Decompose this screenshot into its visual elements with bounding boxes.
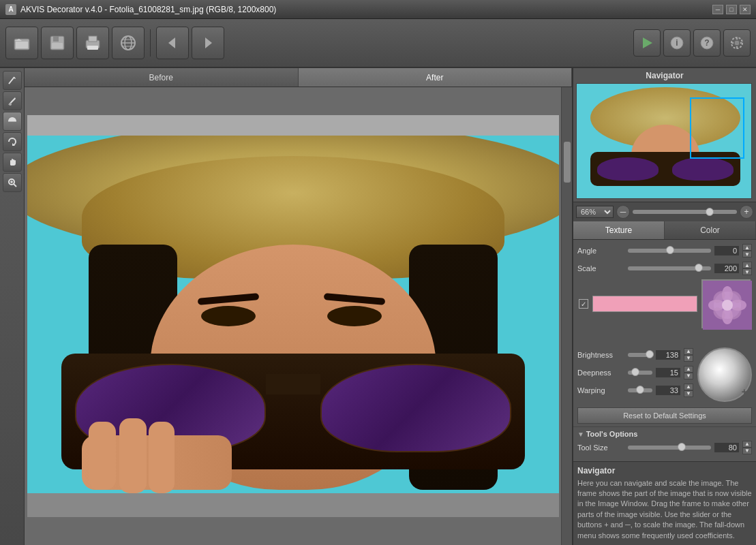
- help-text: Here you can navigate and scale the imag…: [577, 478, 752, 541]
- tool-half-circle[interactable]: [3, 112, 22, 131]
- brightness-up[interactable]: ▲: [684, 348, 693, 355]
- tool-pencil[interactable]: [3, 71, 22, 90]
- color-picker-circle[interactable]: +: [697, 347, 752, 402]
- brightness-deepness-section: Brightness ▲ ▼ Deepness: [573, 345, 756, 405]
- reset-defaults-button[interactable]: Reset to Default Settings: [577, 407, 752, 424]
- restore-button[interactable]: □: [726, 5, 737, 14]
- left-toolbar: [0, 68, 25, 545]
- tab-after[interactable]: After: [299, 68, 573, 87]
- svg-rect-1: [16, 42, 28, 48]
- deepness-slider-thumb[interactable]: [631, 368, 639, 376]
- scale-down[interactable]: ▼: [742, 268, 752, 275]
- zoom-slider-thumb[interactable]: [706, 208, 714, 216]
- run-button[interactable]: [633, 29, 661, 57]
- deepness-down[interactable]: ▼: [684, 373, 693, 379]
- scale-row: Scale 200 ▲ ▼: [577, 262, 752, 275]
- svg-marker-13: [168, 37, 175, 48]
- angle-input[interactable]: 0: [714, 245, 740, 256]
- scale-slider[interactable]: [628, 266, 711, 270]
- bdw-controls: Brightness ▲ ▼ Deepness: [577, 348, 693, 401]
- minimize-button[interactable]: ─: [712, 5, 723, 14]
- forward-button[interactable]: [192, 27, 224, 59]
- texture-color-tabs: Texture Color: [573, 221, 756, 240]
- scale-label: Scale: [577, 264, 625, 272]
- title-bar: A AKVIS Decorator v.4.0 - Fotolia_610082…: [0, 0, 756, 19]
- warping-slider[interactable]: [628, 388, 652, 392]
- tab-texture[interactable]: Texture: [573, 221, 665, 239]
- scale-spinners: ▲ ▼: [742, 262, 752, 275]
- close-button[interactable]: ✕: [740, 5, 751, 14]
- svg-text:i: i: [676, 38, 678, 48]
- warping-down[interactable]: ▼: [684, 390, 693, 397]
- svg-line-28: [14, 184, 16, 187]
- tool-size-label: Tool Size: [577, 443, 625, 452]
- deepness-row: Deepness ▲ ▼: [577, 366, 693, 379]
- color-swatch-pink[interactable]: [592, 296, 697, 312]
- tab-before[interactable]: Before: [25, 68, 299, 87]
- brightness-down[interactable]: ▼: [684, 355, 693, 362]
- tool-size-slider-thumb[interactable]: [678, 443, 686, 451]
- brightness-slider[interactable]: [628, 353, 652, 357]
- tab-color[interactable]: Color: [665, 221, 756, 239]
- zoom-slider[interactable]: [633, 210, 737, 214]
- brightness-input[interactable]: [655, 349, 681, 360]
- brightness-slider-thumb[interactable]: [646, 350, 654, 358]
- deepness-up[interactable]: ▲: [684, 366, 693, 373]
- image-canvas[interactable]: [27, 115, 559, 517]
- warping-input[interactable]: [655, 385, 681, 396]
- main-toolbar: i ?: [0, 19, 756, 68]
- texture-settings: Angle 0 ▲ ▼ Scale 200 ▲ ▼: [573, 240, 756, 345]
- view-tabs: Before After: [25, 68, 572, 87]
- angle-up[interactable]: ▲: [742, 244, 752, 251]
- nav-viewport-frame[interactable]: [690, 97, 744, 159]
- swatch-checkbox[interactable]: ✓: [579, 299, 588, 309]
- tool-size-down[interactable]: ▼: [742, 448, 752, 454]
- tool-hand[interactable]: [3, 153, 22, 172]
- deepness-slider[interactable]: [628, 371, 652, 375]
- warping-up[interactable]: ▲: [684, 384, 693, 390]
- scale-input[interactable]: 200: [714, 263, 740, 274]
- tool-brush[interactable]: [3, 91, 22, 110]
- tool-size-spinners: ▲ ▼: [742, 441, 752, 454]
- deepness-label: Deepness: [577, 369, 625, 377]
- deepness-input[interactable]: [655, 367, 681, 378]
- save-button[interactable]: [41, 27, 74, 59]
- help-section: Navigator Here you can navigate and scal…: [573, 461, 756, 545]
- zoom-in-button[interactable]: +: [740, 205, 753, 219]
- zoom-dropdown[interactable]: 66% 25% 50% 100% 150% 200%: [576, 206, 614, 218]
- app-icon: A: [5, 4, 16, 15]
- open-button[interactable]: [5, 27, 38, 59]
- help-title: Navigator: [577, 466, 752, 476]
- print-button[interactable]: [76, 27, 109, 59]
- web-button[interactable]: [112, 27, 145, 59]
- color-circle-area: Brightness ▲ ▼ Deepness: [577, 347, 752, 402]
- canvas-row: [25, 87, 572, 545]
- tool-size-up[interactable]: ▲: [742, 441, 752, 448]
- angle-slider[interactable]: [628, 249, 711, 253]
- vertical-scrollbar[interactable]: [561, 87, 572, 545]
- svg-point-41: [722, 300, 733, 311]
- warping-slider-thumb[interactable]: [636, 386, 644, 394]
- tool-rotate[interactable]: [3, 132, 22, 151]
- info-button[interactable]: i: [663, 29, 691, 57]
- angle-slider-thumb[interactable]: [666, 246, 674, 254]
- brightness-spinners: ▲ ▼: [684, 348, 693, 362]
- help-button[interactable]: ?: [693, 29, 721, 57]
- tool-size-slider[interactable]: [628, 446, 711, 450]
- svg-text:?: ?: [704, 38, 709, 48]
- scale-slider-thumb[interactable]: [695, 264, 703, 272]
- angle-down[interactable]: ▼: [742, 251, 752, 258]
- toolbar-separator: [150, 29, 151, 57]
- nav-lens-right: [672, 157, 734, 181]
- tool-options-section: ▼ Tool's Options Tool Size ▲ ▼: [573, 426, 756, 461]
- svg-line-22: [9, 77, 14, 84]
- svg-marker-15: [643, 37, 652, 48]
- settings-button[interactable]: [723, 29, 751, 57]
- tool-size-input[interactable]: [714, 442, 740, 453]
- scale-up[interactable]: ▲: [742, 262, 752, 268]
- tool-zoom[interactable]: [3, 173, 22, 192]
- warping-row: Warping ▲ ▼: [577, 384, 693, 397]
- back-button[interactable]: [156, 27, 189, 59]
- zoom-out-button[interactable]: ─: [616, 205, 630, 219]
- texture-thumbnail[interactable]: [701, 279, 751, 328]
